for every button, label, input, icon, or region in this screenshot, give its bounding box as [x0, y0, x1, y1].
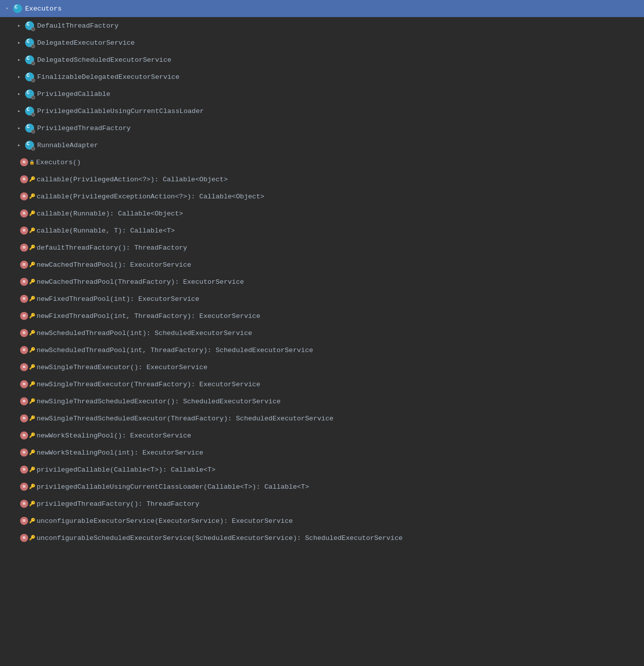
method-item-unconfigurableExecutorService[interactable]: m 🔑 unconfigurableExecutorService(Execut… [0, 512, 644, 529]
class-icon: C [24, 20, 35, 31]
method-circle-icon: m [20, 209, 28, 217]
method-item-privilegedThreadFactory[interactable]: m 🔑 privilegedThreadFactory(): ThreadFac… [0, 495, 644, 512]
method-item-unconfigurableScheduledExecutorService[interactable]: m 🔑 unconfigurableScheduledExecutorServi… [0, 529, 644, 546]
method-icon-group: m 🔑 [20, 500, 35, 508]
method-label: newScheduledThreadPool(int): ScheduledEx… [37, 329, 252, 337]
method-circle-icon: m [20, 363, 28, 371]
method-label: newSingleThreadScheduledExecutor(ThreadF… [37, 415, 333, 422]
method-label: newCachedThreadPool(ThreadFactory): Exec… [37, 278, 244, 286]
method-label: newScheduledThreadPool(int, ThreadFactor… [37, 347, 313, 354]
method-item-newWorkStealingPool-int[interactable]: m 🔑 newWorkStealingPool(int): ExecutorSe… [0, 444, 644, 461]
class-icon: C [24, 123, 35, 134]
green-key-icon: 🔑 [29, 176, 35, 182]
chevron-icon [14, 89, 24, 99]
method-label: callable(PrivilegedExceptionAction<?>): … [37, 193, 265, 200]
class-item-PrivilegedThreadFactory[interactable]: C PrivilegedThreadFactory [0, 120, 644, 137]
method-item-newScheduledThreadPool-int-ThreadFactory[interactable]: m 🔑 newScheduledThreadPool(int, ThreadFa… [0, 342, 644, 359]
green-key-icon: 🔑 [29, 432, 35, 438]
tree-container: C Executors C DefaultThreadFactory C Del… [0, 0, 644, 546]
chevron-icon [14, 38, 24, 48]
method-label: Executors() [36, 159, 81, 166]
method-label: newSingleThreadScheduledExecutor(): Sche… [37, 398, 281, 405]
method-circle-icon: m [20, 449, 28, 457]
class-label: DefaultThreadFactory [37, 22, 118, 30]
tree-root-item[interactable]: C Executors [0, 0, 644, 17]
method-icon-group: m 🔑 [20, 449, 35, 457]
method-item-callable-Runnable-T[interactable]: m 🔑 callable(Runnable, T): Callable<T> [0, 222, 644, 239]
chevron-icon [14, 123, 24, 133]
green-key-icon: 🔑 [29, 535, 35, 541]
method-item-newScheduledThreadPool-int[interactable]: m 🔑 newScheduledThreadPool(int): Schedul… [0, 324, 644, 342]
method-icon-group: m 🔑 [20, 346, 35, 354]
method-item-newSingleThreadScheduledExecutor-ThreadFactory[interactable]: m 🔑 newSingleThreadScheduledExecutor(Thr… [0, 410, 644, 427]
method-item-newSingleThreadExecutor[interactable]: m 🔑 newSingleThreadExecutor(): ExecutorS… [0, 359, 644, 376]
method-icon-group: m 🔑 [20, 261, 35, 269]
method-label: callable(Runnable, T): Callable<T> [37, 227, 175, 235]
method-item-callable-PrivilegedAction[interactable]: m 🔑 callable(PrivilegedAction<?>): Calla… [0, 171, 644, 188]
method-circle-icon: m [20, 158, 28, 166]
class-item-DefaultThreadFactory[interactable]: C DefaultThreadFactory [0, 17, 644, 34]
chevron-icon [14, 106, 24, 116]
method-item-newFixedThreadPool-int-ThreadFactory[interactable]: m 🔑 newFixedThreadPool(int, ThreadFactor… [0, 307, 644, 324]
green-key-icon: 🔑 [29, 364, 35, 370]
method-item-callable-PrivilegedExceptionAction[interactable]: m 🔑 callable(PrivilegedExceptionAction<?… [0, 188, 644, 205]
method-label: callable(PrivilegedAction<?>): Callable<… [37, 176, 228, 183]
chevron-icon [14, 140, 24, 150]
method-item-newCachedThreadPool[interactable]: m 🔑 newCachedThreadPool(): ExecutorServi… [0, 256, 644, 273]
class-item-FinalizableDelegatedExecutorService[interactable]: C FinalizableDelegatedExecutorService [0, 68, 644, 85]
method-icon-group: m 🔑 [20, 483, 35, 491]
method-icon-group: m 🔑 [20, 380, 35, 388]
method-item-privilegedCallableUsingCurrentClassLoader[interactable]: m 🔑 privilegedCallableUsingCurrentClassL… [0, 478, 644, 495]
class-icon: C [24, 88, 35, 99]
method-label: unconfigurableExecutorService(ExecutorSe… [37, 517, 293, 525]
method-icon-group: m 🔑 [20, 244, 35, 252]
method-label: privilegedCallableUsingCurrentClassLoade… [37, 483, 309, 491]
green-key-icon: 🔑 [29, 415, 35, 421]
chevron-icon [14, 21, 24, 31]
method-icon-group: m 🔑 [20, 414, 35, 422]
method-label: newWorkStealingPool(): ExecutorService [37, 432, 191, 439]
method-icon-group: m 🔒 [20, 158, 35, 166]
class-label: RunnableAdapter [37, 142, 98, 149]
green-key-icon: 🔑 [29, 484, 35, 490]
method-circle-icon: m [20, 192, 28, 200]
green-key-icon: 🔑 [29, 381, 35, 387]
chevron-icon [14, 72, 24, 82]
method-circle-icon: m [20, 261, 28, 269]
class-item-DelegatedExecutorService[interactable]: C DelegatedExecutorService [0, 34, 644, 51]
class-item-DelegatedScheduledExecutorService[interactable]: C DelegatedScheduledExecutorService [0, 51, 644, 68]
green-key-icon: 🔑 [29, 245, 35, 251]
method-circle-icon: m [20, 312, 28, 320]
method-item-callable-Runnable[interactable]: m 🔑 callable(Runnable): Callable<Object> [0, 205, 644, 222]
method-icon-group: m 🔑 [20, 363, 35, 371]
green-key-icon: 🔑 [29, 398, 35, 404]
class-label: PrivilegedCallable [37, 90, 110, 98]
green-key-icon: 🔑 [29, 193, 35, 199]
method-item-newCachedThreadPool-ThreadFactory[interactable]: m 🔑 newCachedThreadPool(ThreadFactory): … [0, 273, 644, 290]
method-icon-group: m 🔑 [20, 227, 35, 235]
green-key-icon: 🔑 [29, 262, 35, 268]
green-key-icon: 🔑 [29, 467, 35, 473]
method-circle-icon: m [20, 534, 28, 542]
method-icon-group: m 🔑 [20, 278, 35, 286]
method-item-newWorkStealingPool[interactable]: m 🔑 newWorkStealingPool(): ExecutorServi… [0, 427, 644, 444]
green-key-icon: 🔑 [29, 518, 35, 524]
class-label: FinalizableDelegatedExecutorService [37, 73, 180, 81]
method-item-privilegedCallable[interactable]: m 🔑 privilegedCallable(Callable<T>): Cal… [0, 461, 644, 478]
method-item-Executors-ctor[interactable]: m 🔒 Executors() [0, 154, 644, 171]
method-circle-icon: m [20, 517, 28, 525]
class-item-PrivilegedCallableUsingCurrentClassLoader[interactable]: C PrivilegedCallableUsingCurrentClassLoa… [0, 102, 644, 120]
method-label: newFixedThreadPool(int, ThreadFactory): … [37, 312, 261, 320]
class-item-RunnableAdapter[interactable]: C RunnableAdapter [0, 137, 644, 154]
method-icon-group: m 🔑 [20, 192, 35, 200]
chevron-icon [14, 55, 24, 65]
method-circle-icon: m [20, 244, 28, 252]
method-item-newSingleThreadScheduledExecutor[interactable]: m 🔑 newSingleThreadScheduledExecutor(): … [0, 393, 644, 410]
method-circle-icon: m [20, 500, 28, 508]
class-item-PrivilegedCallable[interactable]: C PrivilegedCallable [0, 85, 644, 102]
method-item-newFixedThreadPool-int[interactable]: m 🔑 newFixedThreadPool(int): ExecutorSer… [0, 290, 644, 307]
class-label: PrivilegedCallableUsingCurrentClassLoade… [37, 107, 204, 115]
method-item-defaultThreadFactory[interactable]: m 🔑 defaultThreadFactory(): ThreadFactor… [0, 239, 644, 256]
method-item-newSingleThreadExecutor-ThreadFactory[interactable]: m 🔑 newSingleThreadExecutor(ThreadFactor… [0, 376, 644, 393]
green-key-icon: 🔑 [29, 450, 35, 456]
